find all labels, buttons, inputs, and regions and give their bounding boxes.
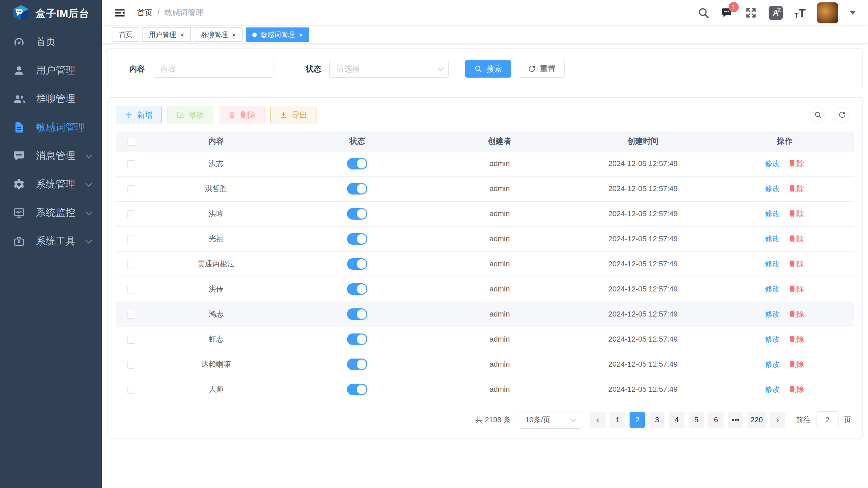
sidebar-item-system-monitor[interactable]: 系统监控 [0, 199, 102, 227]
row-checkbox[interactable] [127, 210, 135, 218]
caret-down-icon[interactable] [850, 11, 856, 15]
next-page-button[interactable]: › [770, 412, 785, 428]
table-tools [810, 107, 854, 123]
cell-created-at: 2024-12-05 12:57:49 [571, 226, 715, 251]
sidebar-item-group-management[interactable]: 群聊管理 [0, 85, 102, 113]
page-button-6[interactable]: 6 [708, 412, 724, 428]
edit-button[interactable]: 修改 [167, 106, 213, 124]
tab-group-management[interactable]: 群聊管理 × [194, 27, 242, 42]
prev-page-button[interactable]: ‹ [590, 412, 605, 428]
row-edit-link[interactable]: 修改 [765, 260, 780, 268]
row-edit-link[interactable]: 修改 [765, 184, 780, 193]
content-filter-label: 内容 [129, 64, 145, 74]
row-checkbox[interactable] [127, 336, 135, 344]
export-button[interactable]: 导出 [270, 106, 316, 124]
breadcrumb-home[interactable]: 首页 [137, 7, 153, 18]
row-checkbox[interactable] [127, 311, 135, 319]
page-button-last[interactable]: 220 [748, 412, 766, 428]
status-toggle[interactable] [347, 283, 367, 295]
close-icon[interactable]: × [299, 31, 303, 38]
row-edit-link[interactable]: 修改 [765, 235, 780, 243]
status-toggle[interactable] [347, 158, 367, 169]
page-button-1[interactable]: 1 [610, 412, 625, 428]
refresh-table-button[interactable] [834, 107, 850, 123]
sidebar-item-message-management[interactable]: 消息管理 [0, 142, 102, 170]
page-size-select[interactable]: 10条/页 [519, 411, 581, 429]
page-button-2-current[interactable]: 2 [630, 412, 645, 428]
row-checkbox[interactable] [127, 286, 135, 293]
row-edit-link[interactable]: 修改 [765, 159, 780, 168]
tab-home[interactable]: 首页 [113, 27, 139, 42]
search-icon[interactable] [697, 7, 710, 19]
message-count-badge: 1 [729, 2, 739, 12]
row-edit-link[interactable]: 修改 [765, 209, 780, 218]
avatar[interactable] [817, 2, 838, 23]
row-delete-link[interactable]: 删除 [789, 260, 804, 268]
sidebar-item-label: 系统管理 [36, 178, 75, 191]
status-toggle[interactable] [347, 183, 367, 195]
add-button[interactable]: 新增 [116, 106, 162, 124]
status-toggle[interactable] [347, 359, 367, 370]
row-edit-link[interactable]: 修改 [765, 285, 780, 293]
select-all-checkbox[interactable] [127, 138, 135, 146]
close-icon[interactable]: × [180, 31, 184, 38]
row-checkbox[interactable] [127, 160, 135, 168]
row-delete-link[interactable]: 删除 [789, 310, 804, 318]
row-delete-link[interactable]: 删除 [789, 209, 804, 218]
reset-button[interactable]: 重置 [519, 60, 565, 78]
page-button-3[interactable]: 3 [649, 412, 664, 428]
status-toggle[interactable] [347, 384, 367, 395]
page-button-4[interactable]: 4 [669, 412, 684, 428]
cell-content: 鸿志 [146, 302, 286, 327]
row-delete-link[interactable]: 删除 [789, 335, 804, 343]
content-filter-input[interactable] [153, 60, 274, 78]
row-delete-link[interactable]: 删除 [789, 184, 804, 193]
app-logo[interactable]: 盒子IM后台 [0, 0, 102, 27]
status-toggle[interactable] [347, 208, 367, 220]
font-size-icon[interactable]: TT [794, 7, 806, 19]
row-delete-link[interactable]: 删除 [789, 285, 804, 293]
tab-user-management[interactable]: 用户管理 × [142, 27, 191, 42]
row-delete-link[interactable]: 删除 [789, 385, 804, 393]
sidebar-item-sensitive-words[interactable]: 敏感词管理 [0, 113, 102, 142]
status-toggle[interactable] [347, 258, 367, 270]
close-icon[interactable]: × [232, 31, 236, 38]
row-delete-link[interactable]: 删除 [789, 235, 804, 243]
row-delete-link[interactable]: 删除 [789, 360, 804, 368]
column-header-content: 内容 [146, 131, 286, 151]
sidebar-item-user-management[interactable]: 用户管理 [0, 56, 102, 85]
language-icon[interactable]: A文 [769, 6, 783, 20]
status-toggle[interactable] [347, 333, 367, 345]
status-toggle[interactable] [347, 233, 367, 245]
toggle-search-button[interactable] [810, 107, 826, 123]
search-button[interactable]: 搜索 [465, 60, 511, 78]
more-pages-button[interactable]: ••• [728, 412, 743, 428]
status-toggle[interactable] [347, 308, 367, 320]
row-delete-link[interactable]: 删除 [789, 159, 804, 168]
sidebar-collapse-icon[interactable] [114, 7, 126, 19]
row-checkbox[interactable] [127, 261, 135, 268]
row-checkbox[interactable] [127, 236, 135, 243]
app-logo-icon [12, 4, 30, 23]
main-area: 首页 / 敏感词管理 1 A文 TT 首页 用户管理 [102, 0, 868, 488]
row-checkbox[interactable] [127, 386, 135, 394]
row-edit-link[interactable]: 修改 [765, 385, 780, 393]
sidebar-item-system-tools[interactable]: 系统工具 [0, 227, 102, 256]
status-filter-select[interactable]: 请选择 [329, 60, 449, 78]
fullscreen-icon[interactable] [745, 7, 757, 19]
page-button-5[interactable]: 5 [689, 412, 704, 428]
sidebar-item-system-management[interactable]: 系统管理 [0, 170, 102, 199]
sidebar-item-label: 消息管理 [36, 149, 75, 163]
messages-icon[interactable]: 1 [721, 7, 733, 19]
row-checkbox[interactable] [127, 361, 135, 369]
column-header-actions: 操作 [715, 131, 854, 151]
delete-button[interactable]: 删除 [219, 106, 265, 124]
sidebar-item-home[interactable]: 首页 [0, 28, 102, 56]
row-checkbox[interactable] [127, 185, 135, 193]
row-edit-link[interactable]: 修改 [765, 360, 780, 368]
goto-page-input[interactable] [816, 411, 838, 428]
row-edit-link[interactable]: 修改 [765, 335, 780, 343]
tab-sensitive-words[interactable]: 敏感词管理 × [246, 27, 309, 42]
select-placeholder: 请选择 [336, 64, 360, 74]
row-edit-link[interactable]: 修改 [765, 310, 780, 318]
